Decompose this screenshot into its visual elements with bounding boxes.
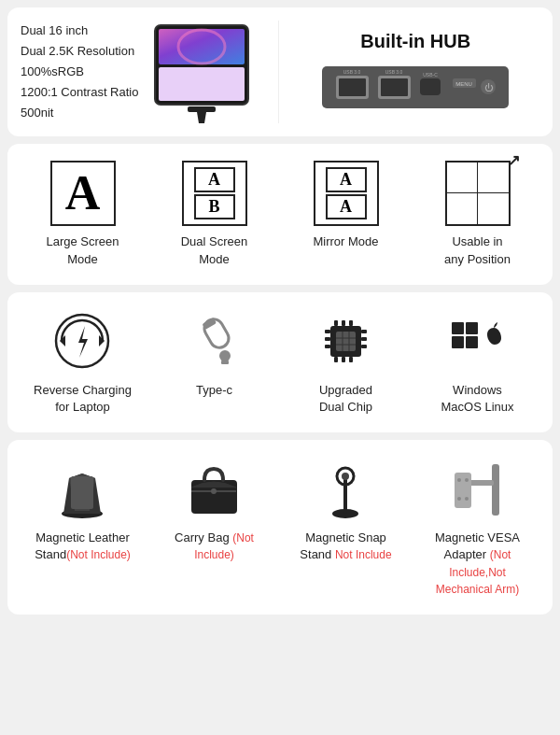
accessories-card: Magnetic Leather Stand(Not Include) Carr… (7, 440, 553, 615)
mirror-mode: A A Mirror Mode (290, 161, 402, 250)
monitor-image (146, 21, 258, 123)
os-label: WindowsMacOS Linux (441, 382, 513, 416)
dual-screen-icon: A B (182, 161, 247, 226)
specs-hub-card: Dual 16 inch Dual 2.5K Resolution 100%sR… (7, 7, 553, 136)
reverse-charging-label: Reverse Chargingfor Laptop (34, 382, 132, 416)
arrow-icon: ↗ (508, 151, 520, 169)
carry-bag-label: Carry Bag (Not Include) (159, 530, 271, 563)
large-screen-mode: A Large ScreenMode (27, 161, 139, 267)
any-position-mode: ↗ Usable inany Position (422, 161, 534, 267)
svg-rect-44 (361, 345, 367, 348)
monitor-svg (150, 21, 253, 123)
typec-icon (182, 309, 247, 375)
dual-chip-feature: UpgradedDual Chip (290, 309, 402, 416)
any-position-label: Usable inany Position (444, 233, 511, 267)
screen-modes-card: A Large ScreenMode A B Dual ScreenMode A… (7, 144, 553, 284)
svg-rect-4 (159, 67, 245, 101)
mirror-mode-icon: A A (314, 161, 379, 226)
svg-text:USB-C: USB-C (423, 72, 438, 78)
svg-point-64 (465, 497, 469, 501)
svg-rect-38 (349, 357, 353, 362)
specs-text: Dual 16 inch Dual 2.5K Resolution 100%sR… (21, 21, 138, 123)
leather-stand-note: (Not Include) (66, 548, 131, 561)
svg-rect-60 (455, 473, 471, 508)
specs-section: Dual 16 inch Dual 2.5K Resolution 100%sR… (21, 21, 269, 123)
large-screen-label: Large ScreenMode (46, 233, 119, 267)
snap-stand-icon (314, 457, 379, 522)
spec-line-1: Dual 16 inch (21, 21, 138, 41)
svg-rect-3 (159, 29, 245, 64)
dual-chip-label: UpgradedDual Chip (319, 382, 372, 416)
svg-text:MENU: MENU (455, 81, 472, 87)
leather-stand-icon (50, 457, 116, 522)
vesa-adapter-icon (445, 457, 511, 522)
hub-title: Built-in HUB (360, 31, 470, 52)
vesa-adapter-item: Magnetic VESA Adapter (Not Include,Not M… (422, 457, 534, 598)
features-card: Reverse Chargingfor Laptop Type-c (7, 292, 553, 432)
snap-stand-label: Magnetic Snap Stand Not Include (290, 530, 402, 563)
svg-marker-1 (197, 112, 206, 123)
svg-rect-10 (381, 78, 408, 96)
svg-rect-23 (201, 316, 231, 351)
svg-rect-43 (361, 337, 367, 341)
svg-rect-26 (221, 360, 229, 364)
svg-point-63 (457, 497, 461, 501)
svg-rect-46 (466, 322, 478, 334)
svg-text:USB 3.0: USB 3.0 (385, 69, 403, 75)
svg-rect-47 (452, 336, 464, 348)
mirror-mode-label: Mirror Mode (313, 233, 378, 250)
svg-rect-37 (342, 357, 345, 362)
svg-point-61 (457, 478, 461, 482)
spec-line-3: 100%sRGB (21, 62, 138, 82)
svg-rect-50 (71, 476, 93, 509)
hub-section: Built-in HUB MENU ⏻ USB 3.0 US (278, 21, 540, 123)
svg-rect-35 (349, 320, 353, 326)
leather-stand-label: Magnetic Leather Stand(Not Include) (27, 530, 139, 563)
hub-svg: MENU ⏻ USB 3.0 USB 3.0 USB-C (322, 62, 509, 113)
dual-chip-icon (314, 309, 379, 375)
dual-screen-mode: A B Dual ScreenMode (159, 161, 271, 267)
carry-bag-icon (182, 457, 247, 522)
svg-point-57 (342, 473, 349, 480)
carry-bag-item: Carry Bag (Not Include) (159, 457, 271, 563)
svg-point-25 (219, 350, 231, 361)
os-icon (445, 309, 511, 375)
vesa-adapter-note: (Not Include,Not Mechanical Arm) (436, 548, 519, 595)
svg-rect-58 (492, 464, 499, 516)
svg-rect-42 (361, 330, 367, 333)
reverse-charging-feature: Reverse Chargingfor Laptop (27, 309, 139, 416)
svg-text:⏻: ⏻ (484, 83, 494, 92)
leather-stand-item: Magnetic Leather Stand(Not Include) (27, 457, 139, 563)
hub-image: MENU ⏻ USB 3.0 USB 3.0 USB-C (292, 62, 540, 113)
svg-rect-8 (339, 78, 366, 96)
svg-rect-33 (334, 320, 338, 326)
snap-stand-item: Magnetic Snap Stand Not Include (290, 457, 402, 563)
svg-rect-0 (188, 106, 216, 112)
spec-line-4: 1200:1 Contrast Ratio (21, 82, 138, 103)
svg-rect-48 (466, 336, 478, 348)
svg-rect-41 (325, 345, 330, 348)
snap-stand-note: Not Include (335, 548, 392, 561)
svg-rect-36 (334, 357, 338, 362)
spec-line-5: 500nit (21, 103, 138, 123)
carry-bag-note: (Not Include) (194, 531, 254, 561)
any-position-icon: ↗ (445, 161, 511, 226)
os-feature: WindowsMacOS Linux (422, 309, 534, 416)
vesa-adapter-label: Magnetic VESA Adapter (Not Include,Not M… (422, 530, 534, 598)
reverse-charging-icon (50, 309, 116, 375)
svg-rect-39 (325, 330, 330, 333)
svg-text:USB 3.0: USB 3.0 (343, 69, 361, 75)
svg-rect-11 (420, 78, 441, 95)
svg-marker-22 (78, 326, 88, 358)
svg-rect-34 (342, 320, 345, 326)
svg-rect-28 (336, 332, 356, 351)
svg-point-62 (465, 478, 469, 482)
svg-point-53 (211, 488, 217, 494)
svg-rect-45 (452, 322, 464, 334)
large-screen-icon: A (50, 161, 116, 226)
typec-label: Type-c (196, 382, 232, 399)
svg-rect-40 (325, 337, 330, 341)
dual-screen-label: Dual ScreenMode (181, 233, 248, 267)
typec-feature: Type-c (159, 309, 271, 399)
spec-line-2: Dual 2.5K Resolution (21, 41, 138, 62)
